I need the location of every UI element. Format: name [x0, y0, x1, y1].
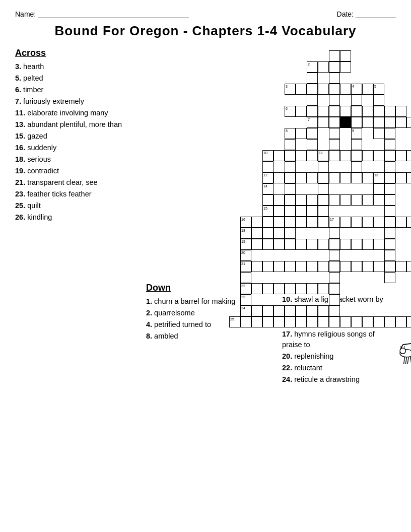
grid-cell [262, 316, 273, 327]
across-clue-item: 26. kindling [15, 212, 146, 223]
grid-cell [340, 150, 351, 161]
grid-cell: 9 [351, 128, 362, 139]
grid-cell [362, 261, 373, 272]
grid-cell [329, 261, 340, 272]
grid-cell [395, 150, 406, 161]
grid-cell [318, 106, 329, 117]
grid-cell [406, 261, 411, 272]
grid-cell: 16 [240, 217, 251, 228]
grid-cell [384, 206, 395, 217]
grid-cell [285, 150, 296, 161]
grid-cell [285, 139, 296, 150]
grid-cell [373, 217, 384, 228]
grid-cell [329, 61, 340, 73]
grid-cell: 21 [240, 261, 251, 272]
grid-cell: 11 [318, 150, 329, 161]
grid-cell [318, 172, 329, 183]
grid-cell [296, 217, 307, 228]
grid-cell [307, 194, 318, 206]
grid-cell [340, 261, 351, 272]
grid-cell [296, 239, 307, 250]
grid-cell [373, 261, 384, 272]
grid-cell [307, 239, 318, 250]
grid-cell [351, 106, 362, 117]
grid-cell [296, 172, 307, 183]
grid-cell [296, 316, 307, 327]
grid-cell [351, 150, 362, 161]
name-field: Name: [15, 10, 189, 18]
across-clue-item: 19. contradict [15, 166, 146, 176]
grid-cell [251, 261, 262, 272]
wagon-image-col [398, 283, 411, 386]
grid-cell [384, 316, 395, 327]
date-label: Date: [337, 10, 354, 18]
grid-cell [296, 194, 307, 206]
grid-cell [329, 84, 340, 95]
grid-cell [262, 283, 273, 294]
across-clue-item: 5. pelted [15, 73, 146, 84]
main-content: Across 3. hearth5. pelted6. timber7. fur… [15, 48, 396, 386]
grid-cell [351, 261, 362, 272]
grid-cell [340, 172, 351, 183]
grid-cell [395, 106, 406, 117]
grid-cell [329, 294, 340, 305]
grid-cell [307, 95, 318, 106]
grid-cell [351, 117, 362, 128]
grid-cell: 14 [262, 183, 273, 194]
grid-cell [318, 239, 329, 250]
grid-cell: 2 [307, 61, 318, 73]
grid-cell: 4 [351, 84, 362, 95]
grid-cell [329, 150, 340, 161]
grid-cell [340, 194, 351, 206]
across-title: Across [15, 48, 146, 58]
across-clue-item: 6. timber [15, 85, 146, 95]
grid-cell [318, 183, 329, 194]
grid-cell [273, 217, 285, 228]
across-clue-item: 16. suddenly [15, 143, 146, 153]
grid-cell [406, 316, 411, 327]
grid-cell [262, 217, 273, 228]
grid-cell [307, 139, 318, 150]
name-underline[interactable] [38, 10, 189, 18]
grid-cell: 24 [240, 305, 251, 316]
grid-cell [251, 228, 262, 239]
grid-cell [273, 305, 285, 316]
grid-cell [318, 117, 329, 128]
grid-cell [285, 305, 296, 316]
grid-cell [362, 239, 373, 250]
grid-cell: 3 [285, 84, 296, 95]
grid-cell [384, 250, 395, 261]
grid-cell [318, 283, 329, 294]
grid-cell [373, 128, 384, 139]
date-underline[interactable] [356, 10, 396, 18]
grid-cell [384, 228, 395, 239]
grid-cell [318, 305, 329, 316]
across-clue-item: 25. quilt [15, 201, 146, 211]
across-clue-item: 11. elaborate involving many [15, 108, 146, 118]
grid-cell [340, 316, 351, 327]
header-row: Name: Date: [15, 10, 396, 18]
svg-line-24 [405, 357, 406, 364]
grid-cell [307, 217, 318, 228]
grid-cell [329, 228, 340, 239]
grid-cell [351, 239, 362, 250]
right-clue-item: 20. replenishing [282, 351, 393, 362]
grid-cell [285, 183, 296, 194]
grid-cell [296, 305, 307, 316]
grid-cell [373, 316, 384, 327]
grid-cell: 8 [285, 128, 296, 139]
grid-cell [273, 150, 285, 161]
across-clue-item: 18. serious [15, 154, 146, 165]
grid-cell [307, 283, 318, 294]
grid-cell [307, 128, 318, 139]
grid-cell [384, 272, 395, 283]
grid-cell [351, 161, 362, 172]
grid-cell [329, 128, 340, 139]
grid-cell [318, 84, 329, 95]
grid-cell [318, 206, 329, 217]
grid-cell [384, 194, 395, 206]
crossword-container: 2345678910111213141516171819202122232425 [146, 48, 411, 275]
grid-cell [307, 261, 318, 272]
grid-cell: 7 [307, 117, 318, 128]
grid-cell [340, 239, 351, 250]
